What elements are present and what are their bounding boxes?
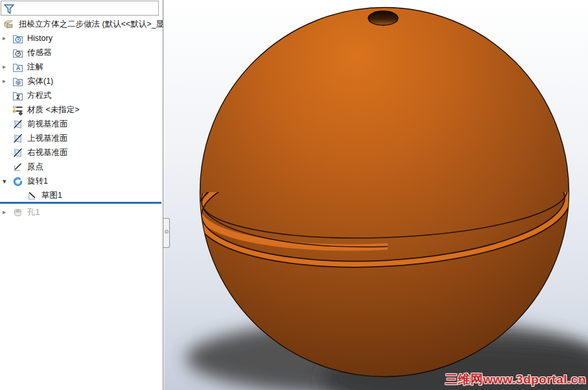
tree-item-front-plane[interactable]: 前视基准面	[0, 117, 163, 131]
equations-folder-icon: Σ	[12, 90, 23, 101]
expand-arrow-icon[interactable]: ▸	[0, 31, 12, 45]
right-plane-icon	[12, 147, 23, 158]
viewport-canvas[interactable]	[164, 0, 588, 390]
origin-icon	[12, 162, 23, 173]
tree-item-hole1[interactable]: ▸ 孔1	[0, 205, 163, 219]
front-plane-icon	[12, 119, 23, 130]
tree-item-origin[interactable]: 原点	[0, 160, 163, 174]
tree-item-top-plane[interactable]: 上视基准面	[0, 131, 163, 145]
sphere-top-hole	[368, 11, 398, 25]
solid-bodies-folder-icon	[12, 76, 23, 87]
tree-item-solid-bodies[interactable]: ▸ 实体(1)	[0, 74, 163, 88]
tree-item-right-plane[interactable]: 右视基准面	[0, 145, 163, 160]
hole-icon	[12, 207, 23, 218]
graphics-viewport[interactable]: 三维网www.3dportal.cn	[164, 0, 588, 390]
feature-manager-panel: 扭棱立方体之二步做法 (默认<<默认>_显示 ▸ History	[0, 0, 163, 390]
tree-item-history[interactable]: ▸ History	[0, 31, 163, 45]
part-icon	[3, 18, 15, 30]
expand-arrow-icon[interactable]: ▸	[0, 60, 12, 74]
history-folder-icon	[12, 33, 23, 44]
sphere-model[interactable]	[200, 8, 569, 377]
annotations-folder-icon: A	[12, 62, 23, 73]
top-plane-icon	[12, 133, 23, 144]
tree-item-sensors[interactable]: 传感器	[0, 45, 163, 60]
sketch-icon	[27, 190, 38, 201]
rollback-bar[interactable]	[0, 202, 161, 204]
tree-item-revolve1[interactable]: ▾ 旋转1	[0, 174, 163, 188]
tree-item-equations[interactable]: Σ 方程式	[0, 88, 163, 103]
filter-input[interactable]	[16, 1, 158, 16]
collapse-arrow-icon[interactable]: ▾	[0, 174, 12, 188]
svg-text:Σ: Σ	[16, 93, 21, 100]
panel-splitter-handle[interactable]	[163, 218, 170, 248]
tree-item-sketch1[interactable]: 草图1	[0, 188, 163, 202]
tree-item-part[interactable]: 扭棱立方体之二步做法 (默认<<默认>_显示	[0, 17, 163, 31]
watermark: 三维网www.3dportal.cn	[445, 371, 586, 388]
revolve-icon	[12, 176, 23, 187]
splitter-dot-icon	[165, 230, 169, 234]
material-icon	[12, 104, 23, 116]
filter-funnel-icon	[3, 3, 16, 14]
feature-tree: 扭棱立方体之二步做法 (默认<<默认>_显示 ▸ History	[0, 17, 163, 219]
part-name: 扭棱立方体之二步做法 (默认<<默认>_显示	[19, 19, 163, 30]
expand-arrow-icon[interactable]: ▸	[0, 74, 12, 88]
svg-text:A: A	[16, 65, 21, 71]
tree-item-annotations[interactable]: ▸ A 注解	[0, 60, 163, 74]
tree-item-material[interactable]: 材质 <未指定>	[0, 103, 163, 117]
expand-arrow-icon[interactable]: ▸	[0, 205, 12, 219]
feature-tree-filter[interactable]	[1, 1, 159, 16]
sensors-folder-icon	[12, 47, 23, 58]
